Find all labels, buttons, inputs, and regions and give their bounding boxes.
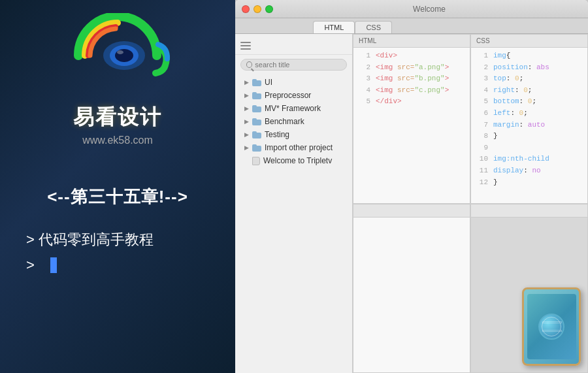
folder-icon — [252, 92, 261, 99]
tab-html[interactable]: HTML — [313, 21, 355, 33]
code-line: 1 img{ — [471, 50, 587, 62]
file-icon — [252, 157, 260, 165]
list-item[interactable]: ▶ Welcome to Tripletv — [235, 154, 352, 167]
list-item[interactable]: ▶ Testing — [235, 128, 352, 141]
code-line: 2 <img src="a.png"> — [353, 62, 470, 74]
code-line: 3 top: 0; — [471, 73, 587, 85]
list-item[interactable]: ▶ Preprocessor — [235, 89, 352, 102]
code-line: 5 </div> — [353, 96, 470, 108]
globe-lines — [542, 317, 561, 336]
code-pane-header-html: HTML — [353, 35, 470, 48]
code-line: 9 — [471, 142, 587, 154]
code-line: 7 margin: auto — [471, 120, 587, 131]
tree-item-label: Preprocessor — [265, 91, 311, 100]
search-input[interactable] — [255, 61, 341, 69]
brand-url: www.ek58.com — [82, 135, 153, 146]
list-item[interactable]: ▶ MV* Framework — [235, 102, 352, 115]
code-line: 2 position: abs — [471, 62, 587, 74]
code-line: 3 <img src="b.png"> — [353, 73, 470, 85]
code-pane-bottom-left — [353, 204, 470, 374]
tab-css[interactable]: CSS — [355, 21, 392, 33]
file-tree: ▶ UI ▶ Preprocessor ▶ MV* Framework — [235, 74, 352, 373]
logo-area: 易看设计 www.ek58.com — [65, 13, 170, 146]
tree-item-label: Benchmark — [265, 117, 304, 126]
hamburger-icon[interactable] — [240, 42, 251, 50]
mac-tabs-bar: HTML CSS — [235, 18, 588, 34]
code-body-html: 1 <div> 2 <img src="a.png"> 3 <img src="… — [353, 48, 470, 110]
code-pane-header-bottom-right — [471, 204, 587, 218]
mac-titlebar: Welcome — [235, 0, 588, 18]
chevron-right-icon: ▶ — [243, 131, 250, 138]
logo-graphic — [65, 13, 170, 98]
chevron-right-icon: ▶ — [243, 79, 250, 86]
tree-item-label: MV* Framework — [265, 104, 321, 113]
subtitle-line2: > — [26, 253, 35, 276]
search-icon — [246, 61, 252, 68]
maximize-button[interactable] — [265, 5, 273, 13]
cursor — [50, 257, 57, 273]
folder-icon — [252, 144, 261, 152]
window-title: Welcome — [277, 5, 581, 14]
card-inner — [527, 294, 576, 359]
tree-item-label: UI — [265, 78, 272, 87]
code-line: 8 } — [471, 131, 587, 142]
chevron-right-icon: ▶ — [243, 92, 250, 99]
code-line: 11 display: no — [471, 165, 587, 177]
code-pane-header-css: CSS — [471, 35, 587, 48]
right-panel: Welcome HTML CSS — [235, 0, 588, 373]
code-line: 4 right: 0; — [471, 85, 587, 97]
mac-content: ▶ UI ▶ Preprocessor ▶ MV* Framework — [235, 34, 588, 373]
chevron-right-icon: ▶ — [243, 105, 250, 112]
brand-name: 易看设计 — [73, 103, 162, 132]
tree-item-label: Import other project — [265, 143, 333, 152]
mac-window: Welcome HTML CSS — [235, 0, 588, 373]
svg-point-2 — [115, 49, 133, 62]
code-pane-css: CSS 1 img{ 2 position: abs 3 — [470, 34, 588, 204]
file-sidebar: ▶ UI ▶ Preprocessor ▶ MV* Framework — [235, 34, 353, 373]
chapter-text: <--第三十五章!--> — [47, 186, 188, 208]
decorative-card — [522, 287, 581, 366]
code-pane-bottom-right — [470, 204, 588, 374]
folder-icon — [252, 105, 261, 112]
card-globe — [538, 314, 564, 340]
svg-point-3 — [117, 50, 123, 54]
list-item[interactable]: ▶ UI — [235, 76, 352, 89]
list-item[interactable]: ▶ Import other project — [235, 141, 352, 154]
code-line: 6 left: 0; — [471, 108, 587, 120]
chevron-right-icon: ▶ — [243, 118, 250, 125]
code-area: HTML 1 <div> 2 <img src="a.png"> 3 — [353, 34, 588, 373]
code-line: 12 } — [471, 177, 587, 189]
search-box[interactable] — [240, 59, 347, 71]
chevron-right-icon: ▶ — [243, 144, 250, 151]
list-item[interactable]: ▶ Benchmark — [235, 115, 352, 128]
folder-icon — [252, 131, 261, 138]
minimize-button[interactable] — [253, 5, 261, 13]
tree-item-label: Testing — [265, 130, 289, 139]
folder-icon — [252, 118, 261, 125]
left-panel: 易看设计 www.ek58.com <--第三十五章!--> > 代码零到高手教… — [0, 0, 235, 373]
code-body-css: 1 img{ 2 position: abs 3 top: 0; 4 — [471, 48, 587, 191]
code-pane-html: HTML 1 <div> 2 <img src="a.png"> 3 — [353, 34, 470, 204]
tree-item-label: Welcome to Tripletv — [263, 156, 332, 165]
close-button[interactable] — [242, 5, 250, 13]
folder-icon — [252, 79, 261, 86]
cursor-line: > — [26, 253, 209, 276]
code-line: 4 <img src="c.png"> — [353, 85, 470, 97]
code-line: 1 <div> — [353, 50, 470, 62]
subtitle-line1: > 代码零到高手教程 — [26, 228, 209, 251]
code-line: 5 bottom: 0; — [471, 96, 587, 108]
code-pane-header-bottom-left — [353, 204, 470, 218]
sidebar-toolbar — [235, 37, 352, 55]
code-line: 10 img:nth-child — [471, 154, 587, 165]
subtitle: > 代码零到高手教程 > — [26, 228, 209, 276]
